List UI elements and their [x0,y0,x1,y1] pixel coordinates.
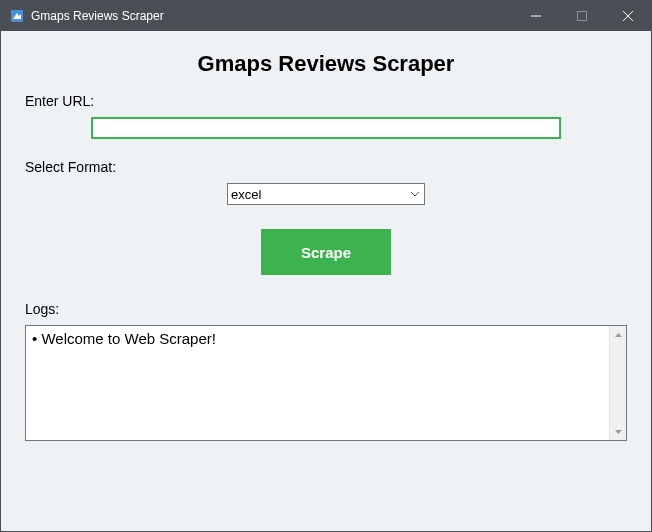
scrape-button[interactable]: Scrape [261,229,391,275]
url-row [25,117,627,139]
window-controls [513,1,651,31]
url-input[interactable] [91,117,561,139]
window-title: Gmaps Reviews Scraper [31,9,513,23]
logs-label: Logs: [25,301,627,317]
scrape-row: Scrape [25,229,627,275]
format-selected-value: excel [231,187,406,202]
scroll-up-icon[interactable] [610,326,626,343]
logs-textarea[interactable]: • Welcome to Web Scraper! [26,326,609,440]
url-label: Enter URL: [25,93,627,109]
maximize-button[interactable] [559,1,605,31]
format-combobox[interactable]: excel [227,183,425,205]
logs-scrollbar[interactable] [609,326,626,440]
logs-section: Logs: • Welcome to Web Scraper! [25,301,627,441]
format-label: Select Format: [25,159,627,175]
page-title: Gmaps Reviews Scraper [25,51,627,77]
svg-rect-2 [578,12,587,21]
scroll-down-icon[interactable] [610,423,626,440]
minimize-button[interactable] [513,1,559,31]
client-area: Gmaps Reviews Scraper Enter URL: Select … [1,31,651,531]
close-button[interactable] [605,1,651,31]
application-window: Gmaps Reviews Scraper Gmaps Reviews Scra… [0,0,652,532]
titlebar[interactable]: Gmaps Reviews Scraper [1,1,651,31]
app-icon [9,8,25,24]
format-row: excel [25,183,627,205]
chevron-down-icon [406,184,424,204]
logs-container: • Welcome to Web Scraper! [25,325,627,441]
